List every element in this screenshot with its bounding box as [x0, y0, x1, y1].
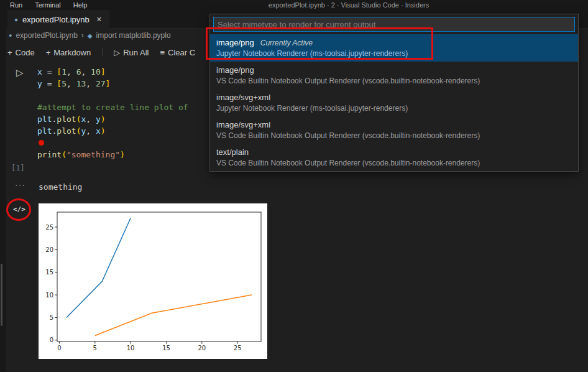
breakpoint-dot[interactable]	[39, 140, 44, 146]
code-line[interactable]	[37, 137, 211, 149]
quickpick-item-badge: Currently Active	[260, 37, 313, 49]
menu-run[interactable]: Run	[10, 1, 22, 9]
scrollbar-handle[interactable]	[1, 264, 2, 326]
code-token: 13	[76, 79, 86, 88]
run-all-icon: ▷	[114, 48, 120, 57]
code-token: ,	[86, 126, 96, 136]
add-markdown-label: Markdown	[53, 48, 91, 57]
breadcrumb-file[interactable]: exportedPlot.ipynb	[16, 31, 77, 40]
code-token: (	[62, 150, 67, 159]
change-presentation-icon[interactable]: </>	[13, 205, 25, 213]
close-icon[interactable]: ✕	[96, 16, 102, 24]
quickpick-list: image/pngCurrently ActiveJupyter Noteboo…	[210, 34, 578, 171]
svg-text:15: 15	[162, 345, 170, 351]
svg-text:20: 20	[198, 345, 206, 351]
code-line[interactable]: plt.plot(y, x)	[37, 125, 211, 137]
quickpick-item-description: Jupyter Notebook Renderer (ms-toolsai.ju…	[216, 49, 572, 59]
code-token: )	[120, 150, 125, 159]
code-token: plot	[57, 126, 76, 136]
code-line[interactable]	[37, 90, 211, 101]
code-token: 10	[91, 67, 101, 77]
code-token: =	[42, 79, 57, 88]
code-token: y	[37, 79, 42, 88]
run-cell-icon[interactable]: ▷	[16, 67, 24, 78]
code-token: "something"	[67, 150, 120, 159]
quickpick-item-description: VS Code Builtin Notebook Output Renderer…	[216, 158, 572, 169]
add-code-label: Code	[16, 48, 35, 57]
quickpick-item[interactable]: image/pngCurrently ActiveJupyter Noteboo…	[210, 34, 578, 62]
quickpick-item-description: VS Code Builtin Notebook Output Renderer…	[216, 76, 572, 86]
code-token: y	[96, 114, 101, 124]
svg-text:0: 0	[57, 345, 61, 351]
plus-icon: +	[46, 48, 51, 57]
svg-text:25: 25	[234, 345, 242, 351]
symbol-icon: ◆	[88, 32, 93, 39]
quickpick-item-label: image/svg+xml	[216, 92, 270, 103]
code-token: 1	[62, 67, 67, 77]
notebook-file-icon: ●	[14, 16, 18, 23]
svg-text:20: 20	[45, 246, 53, 253]
code-line[interactable]: x = [1, 6, 10]	[37, 66, 211, 78]
clear-outputs-label: Clear C	[168, 48, 195, 57]
vscode-window: Run Terminal Help exportedPlot.ipynb - 2…	[0, 0, 588, 372]
svg-text:5: 5	[93, 345, 97, 351]
code-token: x	[37, 67, 42, 77]
quickpick-item-label: image/png	[216, 37, 254, 49]
svg-text:10: 10	[127, 345, 135, 351]
breadcrumb-symbol[interactable]: import matplotlib.pyplo	[96, 31, 171, 40]
code-token: ,	[67, 67, 76, 77]
quickpick-item-label: text/plain	[216, 147, 249, 158]
svg-text:15: 15	[45, 269, 53, 276]
quickpick-item[interactable]: text/plainVS Code Builtin Notebook Outpu…	[210, 144, 578, 171]
code-token: 27	[96, 79, 106, 88]
svg-text:10: 10	[45, 292, 53, 299]
svg-text:0: 0	[50, 337, 53, 343]
quickpick-item-label: image/png	[216, 65, 254, 76]
quickpick-item[interactable]: image/pngVS Code Builtin Notebook Output…	[210, 62, 578, 89]
tab-exportedplot[interactable]: ● exportedPlot.ipynb ✕	[7, 10, 109, 29]
svg-text:25: 25	[45, 224, 53, 231]
window-title: exportedPlot.ipynb - 2 - Visual Studio C…	[55, 1, 588, 9]
mimetype-quickpick: image/pngCurrently ActiveJupyter Noteboo…	[209, 14, 579, 172]
code-token: plot	[57, 114, 76, 124]
add-markdown-button[interactable]: + Markdown	[46, 48, 91, 57]
plus-icon: +	[7, 48, 12, 57]
output-more-actions-icon[interactable]: ···	[15, 180, 25, 190]
code-token: ,	[81, 67, 91, 77]
code-token: =	[42, 67, 57, 77]
code-token: #attempt to create line plot of	[37, 103, 188, 112]
code-token: ,	[67, 79, 76, 88]
run-all-label: Run All	[123, 48, 149, 57]
notebook-file-icon: ●	[9, 32, 12, 39]
code-token: ]	[106, 79, 111, 88]
code-line[interactable]: y = [5, 13, 27]	[37, 78, 211, 90]
quickpick-item[interactable]: image/svg+xmlVS Code Builtin Notebook Ou…	[210, 116, 578, 144]
code-token: )	[101, 114, 106, 124]
code-lines[interactable]: x = [1, 6, 10]y = [5, 13, 27]#attempt to…	[37, 66, 211, 160]
code-line[interactable]: #attempt to create line plot of	[37, 101, 211, 113]
clear-all-icon: ≡	[160, 48, 165, 57]
plot-svg: 05101520250510152025	[39, 203, 267, 359]
clear-outputs-button[interactable]: ≡ Clear C	[160, 48, 195, 57]
add-code-button[interactable]: + Code	[7, 48, 35, 57]
code-token: [	[57, 67, 62, 77]
code-line[interactable]: plt.plot(x, y)	[37, 113, 211, 125]
plot-container: 05101520250510152025	[39, 203, 267, 359]
execution-count: [1]	[11, 164, 25, 172]
code-token: plt	[37, 126, 52, 136]
quickpick-item-description: Jupyter Notebook Renderer (ms-toolsai.ju…	[216, 103, 572, 114]
code-token: )	[101, 126, 106, 136]
code-token: print	[37, 150, 62, 159]
code-line[interactable]: print("something")	[37, 149, 211, 160]
toolbar-divider	[102, 48, 103, 57]
svg-text:5: 5	[50, 314, 53, 321]
code-token: x	[96, 126, 101, 136]
tab-label: exportedPlot.ipynb	[22, 15, 90, 24]
run-all-button[interactable]: ▷ Run All	[114, 48, 149, 57]
quickpick-input[interactable]	[213, 17, 575, 32]
code-token: plt	[37, 114, 52, 124]
code-token: [	[57, 79, 62, 88]
quickpick-item-label: image/svg+xml	[216, 119, 270, 131]
code-token: ,	[86, 79, 96, 88]
quickpick-item[interactable]: image/svg+xmlJupyter Notebook Renderer (…	[210, 89, 578, 116]
